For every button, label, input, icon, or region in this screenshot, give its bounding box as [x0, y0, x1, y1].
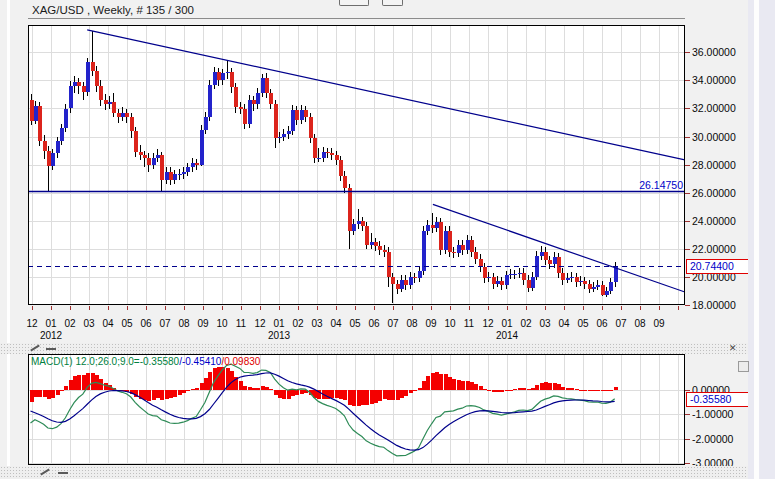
close-icon[interactable]: ✕ [729, 343, 737, 353]
month-label: 02 [62, 318, 78, 329]
time-tick [469, 306, 470, 310]
macd-tick [685, 439, 690, 440]
month-label: 01 [43, 318, 59, 329]
macd-tick [685, 463, 690, 464]
month-label: 03 [309, 318, 325, 329]
macd-panel-canvas[interactable] [28, 354, 685, 465]
time-tick [602, 306, 603, 310]
month-label: 07 [613, 318, 629, 329]
macd-histogram-value: /0.09830 [221, 356, 260, 367]
time-tick [336, 306, 337, 310]
month-label: 06 [594, 318, 610, 329]
price-tick [685, 52, 690, 53]
bottom-splitter[interactable] [0, 466, 775, 479]
price-axis-label: 26.00000 [692, 187, 736, 199]
toolbar-button-partial-1[interactable] [339, 0, 369, 6]
month-label: 11 [461, 318, 477, 329]
time-tick [146, 306, 147, 310]
month-label: 07 [385, 318, 401, 329]
year-label: 2014 [490, 330, 524, 341]
macd-main-value: MACD(1) 12.0;26.0;9.0=-0.35580 [31, 356, 179, 367]
month-label: 02 [290, 318, 306, 329]
title-separator [28, 18, 685, 19]
month-label: 10 [214, 318, 230, 329]
price-tick [685, 165, 690, 166]
month-label: 05 [347, 318, 363, 329]
price-axis-label: 34.00000 [692, 74, 736, 86]
splitter-drag-icon [30, 345, 40, 352]
macd-signal-value: /-0.45410 [179, 356, 221, 367]
time-tick [184, 306, 185, 310]
price-axis-label: 32.00000 [692, 102, 736, 114]
month-label: 12 [252, 318, 268, 329]
price-axis-label: 18.00000 [692, 299, 736, 311]
time-tick [526, 306, 527, 310]
panel-splitter[interactable]: ✕ [0, 343, 775, 354]
price-axis-label: 22.00000 [692, 243, 736, 255]
month-label: 08 [632, 318, 648, 329]
time-tick [89, 306, 90, 310]
month-label: 05 [119, 318, 135, 329]
month-label: 08 [176, 318, 192, 329]
toolbar-button-partial-2[interactable] [382, 0, 403, 6]
price-tick [685, 305, 690, 306]
time-tick [621, 306, 622, 310]
time-tick [564, 306, 565, 310]
month-label: 03 [537, 318, 553, 329]
time-tick [222, 306, 223, 310]
window-right-edge[interactable] [748, 0, 775, 479]
month-label: 04 [328, 318, 344, 329]
month-label: 02 [518, 318, 534, 329]
price-chart-canvas[interactable] [28, 25, 685, 305]
macd-indicator-label: MACD(1) 12.0;26.0;9.0=-0.35580/-0.45410/… [31, 356, 260, 367]
time-tick [355, 306, 356, 310]
macd-value-box: -0.35580 [686, 392, 753, 407]
time-tick [51, 306, 52, 310]
time-tick [203, 306, 204, 310]
month-label: 06 [138, 318, 154, 329]
month-label: 09 [651, 318, 667, 329]
splitter-dash-icon [58, 472, 68, 474]
time-tick [431, 306, 432, 310]
month-label: 07 [157, 318, 173, 329]
splitter-drag-icon [40, 469, 50, 476]
splitter-dash-icon [46, 348, 56, 350]
macd-tick [685, 390, 690, 391]
price-tick [685, 249, 690, 250]
month-label: 03 [81, 318, 97, 329]
month-label: 11 [233, 318, 249, 329]
price-axis-label: 24.00000 [692, 215, 736, 227]
time-tick [317, 306, 318, 310]
price-tick [685, 221, 690, 222]
macd-axis-label: -1.00000 [692, 408, 733, 420]
month-label: 06 [366, 318, 382, 329]
time-tick [127, 306, 128, 310]
window-edge-band [754, 0, 759, 479]
window-left-edge [7, 0, 10, 479]
time-tick [165, 306, 166, 310]
current-price-box: 20.74400 [686, 259, 753, 274]
chart-title: XAG/USD , Weekly, # 135 / 300 [32, 4, 194, 16]
time-tick [241, 306, 242, 310]
price-tick [685, 137, 690, 138]
month-label: 01 [499, 318, 515, 329]
macd-tick [685, 414, 690, 415]
month-label: 05 [575, 318, 591, 329]
time-tick [412, 306, 413, 310]
time-tick [659, 306, 660, 310]
chart-window: XAG/USD , Weekly, # 135 / 300 36.0000034… [0, 0, 775, 479]
price-axis-label: 30.00000 [692, 131, 736, 143]
month-label: 10 [442, 318, 458, 329]
month-label: 09 [195, 318, 211, 329]
time-tick [279, 306, 280, 310]
time-tick [545, 306, 546, 310]
month-label: 12 [24, 318, 40, 329]
price-tick [685, 193, 690, 194]
macd-axis-label: -2.00000 [692, 433, 733, 445]
scroll-end-icon[interactable] [738, 361, 749, 372]
time-tick [298, 306, 299, 310]
price-tick [685, 108, 690, 109]
time-tick [507, 306, 508, 310]
time-tick [374, 306, 375, 310]
time-tick [640, 306, 641, 310]
